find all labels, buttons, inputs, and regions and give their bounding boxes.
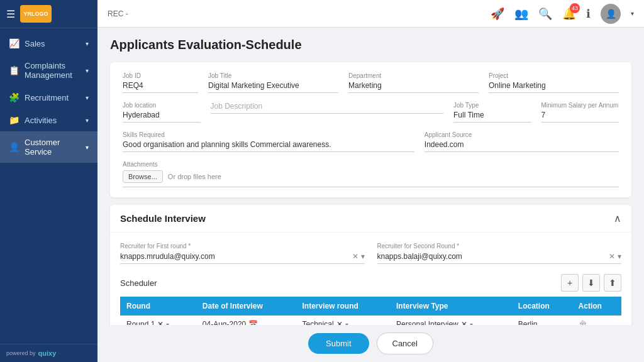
chevron-down-icon: ▾ xyxy=(86,67,89,74)
department-value: Marketing xyxy=(348,81,479,93)
recruiter-second-field: Recruiter for Second Round * ✕ ▾ xyxy=(377,243,622,264)
cell-interview-type: Personal Interview ✕ ▾ xyxy=(390,315,512,325)
schedule-table: Round Date of Interview Interview round … xyxy=(120,297,621,325)
sidebar-item-label: Customer Service xyxy=(25,138,82,156)
clear-round-icon[interactable]: ✕ xyxy=(157,320,164,325)
dropdown-icon[interactable]: ▾ xyxy=(618,252,621,261)
submit-button[interactable]: Submit xyxy=(308,333,369,354)
sales-icon: 📈 xyxy=(9,38,19,48)
sidebar-item-label: Recruitment xyxy=(25,93,69,102)
notification-icon[interactable]: 🔔 43 xyxy=(562,7,576,21)
sidebar-item-sales[interactable]: 📈 Sales ▾ xyxy=(0,32,97,55)
notification-badge: 43 xyxy=(570,3,580,13)
info-icon[interactable]: ℹ xyxy=(586,7,591,21)
job-location-label: Job location xyxy=(123,102,201,109)
sidebar-item-customer-service[interactable]: 👤 Customer Service ▾ xyxy=(0,131,97,163)
recruiter-first-input[interactable] xyxy=(120,252,352,261)
job-type-label: Job Type xyxy=(453,102,531,109)
scheduler-actions: + ⬇ ⬆ xyxy=(561,274,621,292)
search-icon[interactable]: 🔍 xyxy=(538,7,552,21)
form-row-2: Job location Hyderabad Job Description J… xyxy=(123,102,619,123)
job-description-field[interactable]: Job Description xyxy=(211,102,444,123)
sidebar-item-label: Complaints Management xyxy=(25,61,82,80)
browse-button[interactable]: Browse... xyxy=(123,170,163,183)
chevron-down-icon: ▾ xyxy=(86,144,89,151)
job-form-card: Job ID REQ4 Job Title Digital Marketing … xyxy=(110,62,631,197)
job-description-placeholder: Job Description xyxy=(211,102,444,114)
schedule-header: Schedule Interview ∧ xyxy=(110,205,631,233)
cell-location: Berlin xyxy=(512,315,572,325)
job-location-value: Hyderabad xyxy=(123,111,201,123)
attachments-label: Attachments xyxy=(123,161,619,168)
recruiter-second-input-wrap: ✕ ▾ xyxy=(377,252,622,264)
skills-field: Skills Required Good organisation and pl… xyxy=(123,131,414,152)
recruiter-second-label: Recruiter for Second Round * xyxy=(377,243,622,250)
col-round: Round xyxy=(120,297,196,315)
topbar-breadcrumb: REC - xyxy=(108,9,128,18)
hamburger-icon[interactable]: ☰ xyxy=(6,8,15,20)
recruiter-first-actions: ✕ ▾ xyxy=(352,252,365,261)
department-label: Department xyxy=(348,72,479,79)
clear-icon[interactable]: ✕ xyxy=(609,252,615,261)
sidebar-item-recruitment[interactable]: 🧩 Recruitment ▾ xyxy=(0,86,97,109)
min-salary-label: Minimum Salary per Annum xyxy=(541,102,619,109)
clear-round-icon[interactable]: ✕ xyxy=(336,320,343,325)
skills-value: Good organisation and planning skills Co… xyxy=(123,140,414,152)
scheduler-header-row: Scheduler + ⬇ ⬆ xyxy=(120,274,621,292)
powered-by-text: powered by xyxy=(6,350,36,356)
job-type-field: Job Type Full Time xyxy=(453,102,531,123)
sidebar-item-activities[interactable]: 📁 Activities ▾ xyxy=(0,109,97,131)
cancel-button[interactable]: Cancel xyxy=(377,332,433,354)
recruiter-second-input[interactable] xyxy=(377,252,609,261)
users-icon[interactable]: 👥 xyxy=(514,7,528,21)
cell-interview-round: Technical ✕ ▾ xyxy=(296,315,391,325)
topbar: REC - 🚀 👥 🔍 🔔 43 ℹ 👤 ▾ xyxy=(97,0,644,28)
scheduler-label: Scheduler xyxy=(120,278,157,288)
sidebar-nav: 📈 Sales ▾ 📋 Complaints Management ▾ 🧩 Re… xyxy=(0,28,97,344)
collapse-icon[interactable]: ∧ xyxy=(614,212,621,224)
recruiter-second-actions: ✕ ▾ xyxy=(609,252,621,261)
cell-action: 🗑 xyxy=(572,315,621,325)
upload-button[interactable]: ⬆ xyxy=(604,274,621,292)
job-title-label: Job Title xyxy=(208,72,338,79)
clear-icon[interactable]: ✕ xyxy=(352,252,358,261)
sidebar-item-complaints[interactable]: 📋 Complaints Management ▾ xyxy=(0,55,97,86)
content-area: Applicants Evaluation-Schedule Job ID RE… xyxy=(97,28,644,325)
add-row-button[interactable]: + xyxy=(561,274,579,292)
table-body: Round 1 ✕ ▾ 04-Aug-2020 📅 xyxy=(120,315,621,325)
download-button[interactable]: ⬇ xyxy=(582,274,600,292)
avatar-chevron[interactable]: ▾ xyxy=(631,10,634,17)
job-id-value: REQ4 xyxy=(123,81,198,93)
calendar-icon[interactable]: 📅 xyxy=(248,320,258,325)
customer-service-icon: 👤 xyxy=(9,142,19,152)
col-date: Date of Interview xyxy=(196,297,296,315)
applicant-source-label: Applicant Source xyxy=(425,131,619,138)
schedule-interview-card: Schedule Interview ∧ Recruiter for First… xyxy=(110,205,631,325)
job-title-value: Digital Marketing Executive xyxy=(208,81,338,93)
job-type-value: Full Time xyxy=(453,111,531,123)
schedule-body: Recruiter for First round * ✕ ▾ Recruite… xyxy=(110,233,631,325)
dropdown-icon[interactable]: ▾ xyxy=(361,252,365,261)
recruiter-first-input-wrap: ✕ ▾ xyxy=(120,252,365,264)
sidebar-item-label: Sales xyxy=(25,39,45,48)
delete-row-icon[interactable]: 🗑 xyxy=(579,319,587,325)
page-title: Applicants Evaluation-Schedule xyxy=(110,38,631,52)
sidebar-footer: powered by quixy xyxy=(0,344,97,362)
min-salary-field: Minimum Salary per Annum 7 xyxy=(541,102,619,123)
cell-round: Round 1 ✕ ▾ xyxy=(120,315,196,325)
project-label: Project xyxy=(489,72,619,79)
sidebar-header: ☰ YRLOGO xyxy=(0,0,97,28)
sidebar: ☰ YRLOGO 📈 Sales ▾ 📋 Complaints Manageme… xyxy=(0,0,97,362)
avatar[interactable]: 👤 xyxy=(601,4,621,24)
project-value: Online Marketing xyxy=(489,81,619,93)
chevron-down-icon: ▾ xyxy=(86,117,89,124)
min-salary-value: 7 xyxy=(541,111,619,123)
clear-type-icon[interactable]: ✕ xyxy=(461,320,467,325)
recruiter-row: Recruiter for First round * ✕ ▾ Recruite… xyxy=(120,243,621,264)
applicant-source-field: Applicant Source Indeed.com xyxy=(425,131,619,152)
rocket-icon[interactable]: 🚀 xyxy=(491,7,504,21)
skills-label: Skills Required xyxy=(123,131,414,138)
job-id-label: Job ID xyxy=(123,72,198,79)
department-field: Department Marketing xyxy=(348,72,479,93)
job-title-field: Job Title Digital Marketing Executive xyxy=(208,72,338,93)
